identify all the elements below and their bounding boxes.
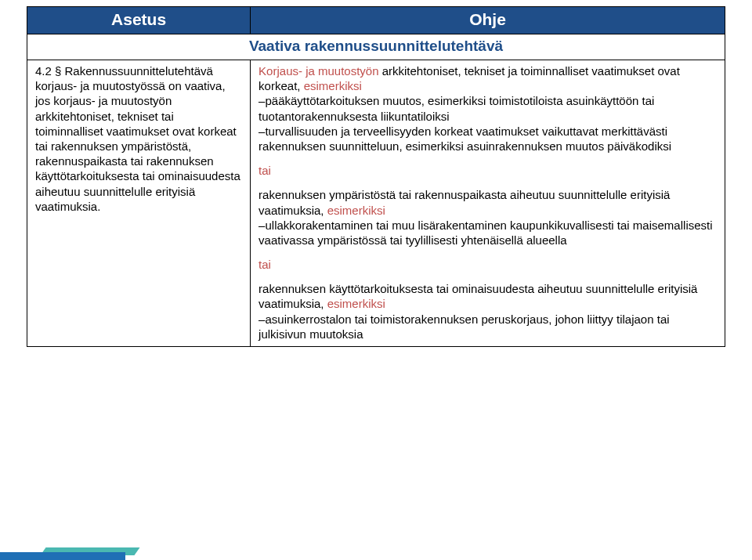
tai-separator-1: tai xyxy=(258,163,717,178)
header-row: Asetus Ohje xyxy=(27,7,725,34)
block2-esim: esimerkiksi xyxy=(324,204,385,217)
left-column-body: 4.2 § Rakennussuunnittelutehtävä korjaus… xyxy=(27,60,251,347)
content-row: 4.2 § Rakennussuunnittelutehtävä korjaus… xyxy=(27,60,725,347)
right-column-body: Korjaus- ja muutostyön arkkitehtoniset, … xyxy=(251,60,725,347)
document-page: Asetus Ohje Vaativa rakennussuunnittelut… xyxy=(0,0,752,347)
left-paragraph: 4.2 § Rakennussuunnittelutehtävä korjaus… xyxy=(35,64,240,213)
header-left: Asetus xyxy=(27,7,251,34)
footer-accent xyxy=(0,538,141,560)
bullet-2: –turvallisuuden ja terveellisyyden korke… xyxy=(258,124,717,154)
right-block-1: Korjaus- ja muutostyön arkkitehtoniset, … xyxy=(258,63,717,154)
header-right: Ohje xyxy=(251,7,725,34)
right-block-2: rakennuksen ympäristöstä tai rakennuspai… xyxy=(258,187,717,247)
bullet-1: –pääkäyttötarkoituksen muutos, esimerkik… xyxy=(258,93,717,123)
block3-esim: esimerkiksi xyxy=(324,297,385,310)
intro-esim: esimerkiksi xyxy=(300,79,361,92)
intro-highlight: Korjaus- ja muutostyön xyxy=(258,64,378,78)
block2-bullet: –ullakkorakentaminen tai muu lisärakenta… xyxy=(258,218,717,247)
two-column-table: Asetus Ohje Vaativa rakennussuunnittelut… xyxy=(27,6,725,347)
right-block-3: rakennuksen käyttötarkoituksesta tai omi… xyxy=(258,281,717,341)
tai-separator-2: tai xyxy=(258,257,717,272)
section-title-row: Vaativa rakennussuunnittelutehtävä xyxy=(27,34,725,60)
footer-blue-shape xyxy=(0,552,125,560)
block2-text: rakennuksen ympäristöstä tai rakennuspai… xyxy=(258,188,670,216)
block3-bullet: –asuinkerrostalon tai toimistorakennukse… xyxy=(258,312,717,341)
section-title: Vaativa rakennussuunnittelutehtävä xyxy=(27,34,725,60)
